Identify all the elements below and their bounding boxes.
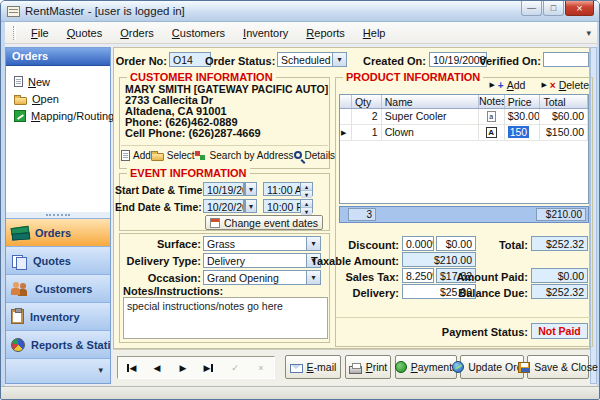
sidebar-item-open[interactable]: Open [14, 91, 59, 106]
nav-button-reports[interactable]: Reports & Stati... [6, 330, 110, 358]
row-selector[interactable] [340, 109, 352, 124]
nav-button-customers[interactable]: Customers [6, 274, 110, 302]
menu-overflow-icon[interactable]: ▾ [586, 28, 591, 38]
notes-cell[interactable]: a [479, 109, 505, 124]
menu-reports[interactable]: Reports [297, 24, 354, 42]
add-row-icon: ▶ [489, 81, 494, 89]
nav-last-button[interactable]: ▶ [199, 363, 219, 373]
start-date-field[interactable]: 10/19/2008 [203, 182, 244, 196]
customer-details-button[interactable]: Details [294, 150, 336, 161]
nav-next-button[interactable]: ▶ [173, 363, 193, 373]
close-button[interactable]: × [565, 1, 594, 16]
update-order-button[interactable]: Update Order [460, 355, 524, 379]
customer-search-address-button[interactable]: Search by Address [195, 150, 294, 161]
dropdown-arrow-icon[interactable]: ▾ [332, 53, 346, 66]
product-add-button[interactable]: ▶ + Add [489, 79, 525, 91]
nav-cancel-button[interactable]: × [251, 363, 271, 373]
end-time-spinner[interactable]: ▴▾ [301, 199, 313, 213]
delivery-type-combo[interactable]: Delivery ▾ [203, 253, 321, 268]
end-datetime-label: End Date & Time: [115, 201, 200, 213]
name-cell[interactable]: Super Cooler [382, 109, 479, 124]
nav-first-button[interactable]: ◀ [121, 363, 141, 373]
end-date-dropdown-icon[interactable]: ▾ [245, 200, 256, 212]
product-grid-summary-row: 3 $210.00 [339, 206, 589, 223]
nav-button-inventory[interactable]: Inventory [6, 302, 110, 330]
start-time-spinner[interactable]: ▴▾ [301, 182, 313, 196]
total-cell[interactable]: $150.00 [540, 125, 588, 140]
nav-button-orders[interactable]: Orders [6, 218, 110, 246]
occasion-combo[interactable]: Grand Opening ▾ [203, 270, 321, 285]
end-date-field[interactable]: 10/20/2008 [203, 199, 244, 213]
name-cell[interactable]: Clown [382, 125, 479, 140]
qty-cell[interactable]: 1 [352, 125, 382, 140]
surface-combo[interactable]: Grass ▾ [203, 236, 321, 251]
product-row-1[interactable]: 2 Super Cooler a $30.00 $60.00 [340, 109, 588, 125]
email-button[interactable]: E-mail [285, 355, 341, 379]
spin-up-icon[interactable]: ▴ [301, 183, 312, 191]
header-notes[interactable]: Notes [479, 95, 505, 108]
qty-cell[interactable]: 2 [352, 109, 382, 124]
save-close-button[interactable]: Save & Close [527, 355, 589, 379]
sidebar-item-mapping[interactable]: Mapping/Routing [14, 108, 114, 123]
price-cell-editing[interactable]: 150 [505, 125, 541, 140]
money-icon [395, 361, 407, 373]
select-customer-icon [151, 153, 164, 161]
header-qty[interactable]: Qty [352, 95, 382, 108]
start-time-field[interactable]: 11:00 AM [263, 182, 301, 196]
notes-instructions-textarea[interactable]: special instructions/notes go here [123, 297, 328, 339]
start-date-dropdown-icon[interactable]: ▾ [245, 183, 256, 195]
menu-inventory[interactable]: Inventory [234, 24, 297, 42]
search-by-address-icon [195, 151, 200, 156]
customer-details-label: Details [305, 150, 336, 161]
menu-file[interactable]: File [22, 24, 58, 42]
nav-button-quotes[interactable]: Quotes [6, 246, 110, 274]
dropdown-arrow-icon[interactable]: ▾ [306, 237, 320, 250]
title-bar: RentMaster - [user is logged in] — □ × [1, 1, 599, 22]
payments-button[interactable]: Payments [395, 355, 457, 379]
dropdown-arrow-icon[interactable]: ▾ [306, 271, 320, 284]
discount-pct-field[interactable]: 0.000% [402, 236, 434, 251]
minimize-button[interactable]: — [521, 1, 542, 16]
taxable-amount-field[interactable]: $210.00 [402, 252, 476, 267]
amount-paid-field[interactable]: $0.00 [531, 268, 588, 283]
header-price[interactable]: Price [505, 95, 541, 108]
change-event-dates-button[interactable]: Change event dates [205, 215, 323, 230]
total-field[interactable]: $252.32 [531, 236, 588, 251]
verified-on-label: Verified On: [479, 55, 541, 67]
sidebar-item-new-label: New [28, 76, 50, 88]
sales-tax-pct-field[interactable]: 8.250% [402, 268, 434, 283]
nav-prev-button[interactable]: ◀ [147, 363, 167, 373]
header-total[interactable]: Total [540, 95, 588, 108]
end-time-field[interactable]: 10:00 PM [263, 199, 301, 213]
current-row-marker-icon[interactable]: ▶ [340, 125, 352, 140]
balance-due-field[interactable]: $252.32 [531, 284, 588, 299]
notes-cell[interactable]: A [479, 125, 505, 140]
sidebar-configure-buttons[interactable]: ▾ [6, 358, 110, 383]
spin-down-icon[interactable]: ▾ [301, 191, 312, 198]
product-row-2[interactable]: ▶ 1 Clown A 150 $150.00 [340, 125, 588, 141]
verified-on-field[interactable] [543, 52, 589, 67]
total-cell[interactable]: $60.00 [540, 109, 588, 124]
header-row-selector [340, 95, 352, 108]
customer-add-button[interactable]: Add [121, 150, 151, 161]
spin-up-icon[interactable]: ▴ [301, 200, 312, 208]
menu-help[interactable]: Help [354, 24, 395, 42]
maximize-button[interactable]: □ [543, 1, 564, 16]
order-status-combo[interactable]: Scheduled ▾ [277, 52, 347, 67]
nav-accept-button[interactable]: ✓ [225, 363, 245, 373]
order-status-value: Scheduled [278, 53, 332, 66]
header-name[interactable]: Name [382, 95, 479, 108]
selected-text[interactable]: 150 [508, 126, 530, 138]
customer-select-button[interactable]: Select [151, 149, 195, 161]
nav-orders-label: Orders [35, 227, 71, 239]
price-cell[interactable]: $30.00 [505, 109, 541, 124]
product-delete-button[interactable]: ▶ × Delete [541, 79, 589, 91]
menu-customers[interactable]: Customers [163, 24, 234, 42]
print-button[interactable]: Print [345, 355, 391, 379]
spin-down-icon[interactable]: ▾ [301, 208, 312, 215]
sidebar-item-new[interactable]: New [14, 74, 50, 89]
menu-quotes[interactable]: Quotes [58, 24, 111, 42]
nav-reports-label: Reports & Stati... [31, 339, 110, 351]
menu-orders[interactable]: Orders [111, 24, 163, 42]
orders-books-icon [11, 226, 29, 240]
